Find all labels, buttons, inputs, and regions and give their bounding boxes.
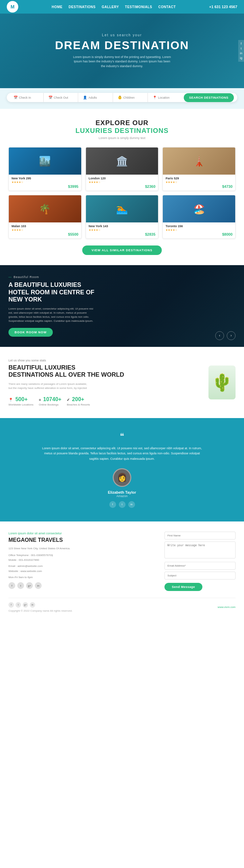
- footer-col-form: Send Message: [164, 532, 236, 591]
- footer-facebook-icon[interactable]: f: [8, 582, 15, 589]
- facebook-icon[interactable]: f: [240, 42, 242, 45]
- stat-icon-0: 📍: [8, 398, 13, 402]
- search-button[interactable]: SEARCH DESTINATIONS: [184, 93, 234, 102]
- stat-label: Beaches & Resorts: [67, 403, 90, 406]
- dest-stars: ★★★★☆: [165, 229, 232, 232]
- destination-card[interactable]: 🏙️ New York 295 ★★★★☆ $3995: [8, 147, 82, 191]
- dest-name: Malan 103: [12, 224, 79, 228]
- navbar: M Home Destinations Gallery Testimonials…: [0, 0, 244, 14]
- explore-subtitle: Lorem ipsum is simply dummy text: [8, 136, 236, 140]
- location-icon: 📍: [153, 96, 157, 99]
- view-all-wrapper: VIEW ALL SIMILAR DESTINATIONS: [8, 245, 236, 255]
- destination-card[interactable]: 🌴 Malan 103 ★★★★☆ $5500: [8, 195, 82, 239]
- testimonial-company: Amazon: [8, 494, 236, 498]
- footer-contact: Office Telephone : 001-0308557970§ Mobil…: [8, 553, 80, 574]
- footer-bottom: f t g+ in Copyright © 2022 Company name …: [8, 598, 236, 612]
- location-field[interactable]: 📍 Location: [149, 93, 182, 102]
- twitter-icon[interactable]: t: [240, 47, 242, 50]
- stat-label: Worldwide Locations: [8, 403, 34, 406]
- logo[interactable]: M: [7, 1, 18, 13]
- adults-label: Adults: [88, 96, 97, 99]
- footer-pretitle: Lorem ipsum dolor sit amet consectetur: [8, 532, 80, 535]
- linkedin-icon[interactable]: in: [240, 52, 242, 55]
- bottom-googleplus-icon[interactable]: g+: [23, 602, 28, 608]
- rights-text: www.vivm.com: [218, 606, 236, 609]
- children-label: Children: [123, 96, 135, 99]
- dest-stars: ★★★★☆: [12, 181, 79, 184]
- featured-room-section: Beautiful Room A BEAUTIFUL LUXURIES HOTE…: [0, 265, 244, 347]
- form-email[interactable]: [164, 562, 236, 570]
- footer-address: 123 Stree New York City, United States O…: [8, 547, 80, 551]
- featured-description: Lorem ipsum dolor sit amet, consectetur …: [8, 307, 96, 323]
- destination-card[interactable]: 🏛️ London 120 ★★★★☆ $2360: [86, 147, 159, 191]
- stat-icon-2: ✓: [67, 398, 70, 402]
- explore-title: EXPLORE OUR LUXURIES DESTINATIONS: [8, 119, 236, 135]
- footer-section: Lorem ipsum dolor sit amet consectetur M…: [0, 521, 244, 619]
- dest-price: $5500: [68, 232, 79, 236]
- form-message[interactable]: [164, 541, 236, 558]
- footer-grid: Lorem ipsum dolor sit amet consectetur M…: [8, 532, 236, 591]
- destination-card[interactable]: 🏊 New York 143 ★★★★☆ $2835: [86, 195, 159, 239]
- stats-numbers: 📍 500+ Worldwide Locations ≡ 10740+ Onli…: [8, 396, 202, 406]
- checkout-label: Check Out: [54, 96, 68, 99]
- destination-card[interactable]: 🗼 Paris 529 ★★★★☆ $4730: [162, 147, 236, 191]
- phone-number: +1 631 123 4567: [209, 5, 237, 9]
- nav-testimonials[interactable]: Testimonials: [125, 5, 152, 9]
- dest-price: $4730: [222, 184, 232, 189]
- bottom-twitter-icon[interactable]: t: [16, 602, 21, 608]
- bottom-linkedin-icon[interactable]: in: [30, 602, 35, 608]
- dest-price: $2360: [145, 184, 156, 189]
- featured-title: A BEAUTIFUL LUXURIES HOTEL ROOM IN CENTR…: [8, 281, 96, 303]
- adults-field[interactable]: 👤 Adults: [80, 93, 113, 102]
- view-all-button[interactable]: VIEW ALL SIMILAR DESTINATIONS: [82, 245, 162, 255]
- footer-twitter-icon[interactable]: t: [17, 582, 24, 589]
- nav-home[interactable]: Home: [52, 5, 63, 9]
- form-first-name[interactable]: [164, 532, 236, 539]
- featured-content: Beautiful Room A BEAUTIFUL LUXURIES HOTE…: [8, 275, 96, 337]
- testimonial-section: ❝ Lorem ipsum dolor sit amet, consectetu…: [0, 418, 244, 521]
- hero-description: Lorem ipsum is simply dummy text of the …: [71, 55, 173, 69]
- next-arrow[interactable]: ›: [227, 331, 236, 340]
- stat-item: ✓ 200+ Beaches & Resorts: [67, 396, 90, 406]
- form-subject[interactable]: [164, 572, 236, 579]
- dest-image: 🏙️: [9, 147, 81, 175]
- hero-title: DREAM DESTINATION: [55, 39, 189, 52]
- calendar-icon: 📅: [14, 96, 18, 99]
- stat-item: ≡ 10740+ Online Bookings: [39, 396, 62, 406]
- bottom-facebook-icon[interactable]: f: [8, 602, 14, 608]
- stat-label: Online Bookings: [39, 403, 62, 406]
- stats-pretitle: Let us show you some stats: [8, 359, 202, 362]
- dest-name: New York 295: [12, 177, 79, 180]
- testimonial-twitter-icon[interactable]: t: [119, 501, 126, 508]
- quote-icon: ❝: [8, 432, 236, 441]
- stats-description: There are many variations of passages of…: [8, 382, 90, 390]
- search-section: 📅 Check In 📅 Check Out 👤 Adults 👶 Childr…: [0, 88, 244, 109]
- nav-destinations[interactable]: Destinations: [69, 5, 96, 9]
- instagram-icon[interactable]: ig: [240, 56, 242, 60]
- nav-contact[interactable]: Contact: [158, 5, 176, 9]
- person-icon: 👤: [83, 96, 87, 99]
- testimonial-facebook-icon[interactable]: f: [109, 501, 116, 508]
- dest-stars: ★★★★☆: [89, 181, 156, 184]
- checkout-field[interactable]: 📅 Check Out: [45, 93, 79, 102]
- dest-name: London 120: [89, 177, 156, 180]
- testimonial-text: Lorem ipsum dolor sit amet, consectetur …: [41, 446, 203, 461]
- destination-card[interactable]: 🏖️ Toronto 156 ★★★★☆ $8000: [162, 195, 236, 239]
- footer-googleplus-icon[interactable]: g+: [26, 582, 33, 589]
- form-send-button[interactable]: Send Message: [164, 583, 203, 591]
- footer-linkedin-icon[interactable]: in: [35, 582, 42, 589]
- explore-header: EXPLORE OUR LUXURIES DESTINATIONS Lorem …: [8, 119, 236, 140]
- dest-name: Toronto 156: [165, 224, 232, 228]
- book-button[interactable]: BOOK ROOM NOW: [8, 328, 53, 337]
- footer-company-name: MEGAONE TRAVELS: [8, 537, 80, 543]
- nav-gallery[interactable]: Gallery: [102, 5, 119, 9]
- dest-image: 🗼: [163, 147, 235, 175]
- testimonial-linkedin-icon[interactable]: in: [128, 501, 135, 508]
- dest-stars: ★★★★☆: [89, 229, 156, 232]
- dest-price: $3995: [68, 184, 79, 189]
- hero-subtitle: Let us search your: [102, 33, 142, 37]
- children-field[interactable]: 👶 Children: [114, 93, 148, 102]
- checkin-field[interactable]: 📅 Check In: [10, 93, 44, 102]
- dest-price: $2835: [145, 232, 156, 236]
- prev-arrow[interactable]: ‹: [215, 331, 224, 340]
